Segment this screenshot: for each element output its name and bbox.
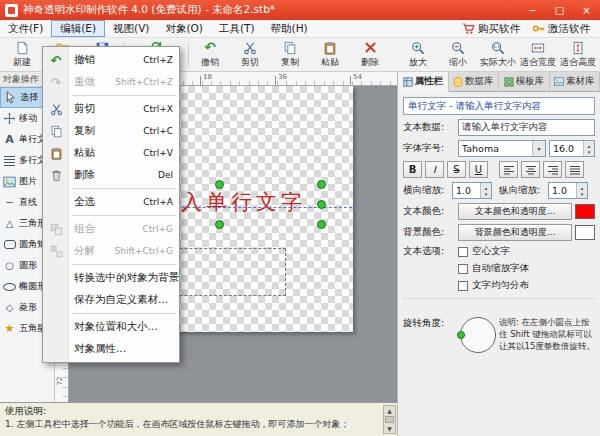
menu-item-object-properties[interactable]: 对象属性...: [43, 338, 179, 360]
rotation-note: 说明: 在左侧小圆点上按住 Shift 键拖动鼠标可以让其以15度整数倍旋转。: [499, 317, 595, 353]
zoom-out-button[interactable]: 缩小: [438, 39, 478, 70]
zoom-in-icon: [411, 40, 425, 55]
tab-materials[interactable]: 素材库: [550, 72, 600, 91]
object-selector[interactable]: 单行文字 - 请输入单行文字内容: [403, 97, 595, 115]
redo-icon: ↷: [47, 73, 65, 91]
option-distribute-text[interactable]: 文字均匀分布: [458, 279, 529, 292]
help-scrollbar[interactable]: ▲ ▼: [383, 405, 396, 434]
align-left-button[interactable]: [499, 161, 518, 178]
align-center-button[interactable]: [521, 161, 540, 178]
menu-item-cut[interactable]: 剪切 Ctrl+X: [43, 98, 179, 120]
cut-button[interactable]: 剪切: [230, 39, 270, 70]
spinner-arrows-icon[interactable]: ▴▾: [583, 141, 594, 156]
buy-software-button[interactable]: 购买软件: [456, 22, 526, 36]
selection-handle-top-right[interactable]: [317, 180, 326, 189]
rounded-rect-icon: [2, 237, 17, 252]
menu-edit[interactable]: 编辑(E): [51, 20, 105, 37]
menu-help[interactable]: 帮助(H): [263, 20, 316, 37]
template-grid-icon: [504, 77, 514, 87]
selection-handle-bottom-right[interactable]: [317, 220, 326, 229]
menu-item-select-all[interactable]: 全选 Ctrl+A: [43, 191, 179, 213]
text-data-input[interactable]: [458, 119, 595, 136]
svg-text:1:1: 1:1: [493, 44, 500, 49]
checkbox-icon[interactable]: [458, 247, 468, 257]
strikethrough-button[interactable]: S: [447, 161, 466, 178]
bold-button[interactable]: B: [403, 161, 422, 178]
underline-button[interactable]: U: [469, 161, 488, 178]
diamond-icon: ◇: [2, 300, 17, 315]
menu-view[interactable]: 视图(V): [105, 20, 157, 37]
selection-handle-middle-right[interactable]: [317, 200, 326, 209]
app-icon: [5, 4, 18, 17]
tab-templates[interactable]: 模板库: [499, 72, 550, 91]
align-right-button[interactable]: [543, 161, 562, 178]
menu-item-copy[interactable]: 复制 Ctrl+C: [43, 120, 179, 142]
close-button[interactable]: ×: [573, 0, 600, 20]
titlebar: 神奇透明水印制作软件 4.0 (免费试用) - 未命名2.stb* ─ □ ×: [0, 0, 600, 20]
paste-button[interactable]: 粘贴: [310, 39, 350, 70]
menu-item-delete[interactable]: 删除 Del: [43, 164, 179, 186]
scroll-up-icon[interactable]: ▲: [387, 406, 392, 415]
fit-width-button[interactable]: 适合宽度: [518, 39, 558, 70]
menu-item-group[interactable]: 组合 Ctrl+G: [43, 218, 179, 240]
bg-color-label: 背景颜色:: [403, 226, 455, 239]
spinner-arrows-icon[interactable]: ▴▾: [576, 183, 587, 198]
menu-file[interactable]: 文件(F): [0, 20, 51, 37]
tab-properties[interactable]: 属性栏: [398, 72, 449, 92]
bg-color-button[interactable]: 背景颜色和透明度...: [458, 224, 572, 241]
rotation-knob[interactable]: [460, 317, 496, 353]
menu-item-ungroup[interactable]: 分解 Shift+Ctrl+G: [43, 240, 179, 262]
rotation-handle-dot[interactable]: [457, 331, 465, 339]
tab-database[interactable]: 数据库: [449, 72, 500, 91]
hscale-label: 横向缩放:: [403, 184, 449, 197]
menu-tools[interactable]: 工具(T): [211, 20, 263, 37]
selection-handle-top-center[interactable]: [215, 180, 224, 189]
activate-software-button[interactable]: 激活软件: [526, 22, 596, 36]
minimize-button[interactable]: ─: [519, 0, 546, 20]
spinner-arrows-icon[interactable]: ▴▾: [480, 183, 491, 198]
panel-divider: [403, 298, 595, 299]
menu-separator: [71, 188, 176, 189]
font-size-spinner[interactable]: 16.0 ▴▾: [549, 140, 595, 157]
text-color-swatch[interactable]: [575, 204, 595, 219]
menu-item-redo[interactable]: ↷ 重做 Shift+Ctrl+Z: [43, 71, 179, 93]
scrollbar-thumb[interactable]: [385, 416, 394, 423]
fit-height-button[interactable]: 适合高度: [558, 39, 598, 70]
rotate-label: 旋转角度:: [403, 317, 455, 330]
menu-item-undo[interactable]: ↶ 撤销 Ctrl+Z: [43, 49, 179, 71]
font-family-select[interactable]: Tahoma ▾: [458, 140, 546, 157]
vscale-spinner[interactable]: 1.0 ▴▾: [548, 182, 588, 199]
copy-icon: [283, 40, 297, 55]
italic-button[interactable]: I: [425, 161, 444, 178]
copy-button[interactable]: 复制: [270, 39, 310, 70]
new-button[interactable]: 新建: [2, 39, 42, 70]
help-line-1: 1. 左侧工具栏中选择一个功能后，在画布区域按住鼠标左键拖动，即可添加一个对象；: [5, 418, 379, 431]
menu-item-save-as-material[interactable]: 保存为自定义素材...: [43, 289, 179, 311]
undo-button[interactable]: ↶ 撤销: [190, 39, 230, 70]
menu-object[interactable]: 对象(O): [157, 20, 210, 37]
text-icon: A: [2, 132, 17, 147]
undo-icon: ↶: [204, 40, 216, 55]
selection-handle-bottom-center[interactable]: [215, 220, 224, 229]
text-color-button[interactable]: 文本颜色和透明度...: [458, 203, 572, 220]
dropdown-arrow-icon[interactable]: ▾: [532, 141, 545, 156]
option-autoscale-font[interactable]: 自动缩放字体: [458, 262, 529, 275]
actual-size-button[interactable]: 1:1 实际大小: [478, 39, 518, 70]
checkbox-icon[interactable]: [458, 281, 468, 291]
menu-item-paste[interactable]: 粘贴 Ctrl+V: [43, 142, 179, 164]
maximize-button[interactable]: □: [546, 0, 573, 20]
text-options-label: 文本选项:: [403, 245, 455, 258]
checkbox-icon[interactable]: [458, 264, 468, 274]
menu-item-object-position-size[interactable]: 对象位置和大小...: [43, 316, 179, 338]
hscale-spinner[interactable]: 1.0 ▴▾: [452, 182, 492, 199]
zoom-in-button[interactable]: 放大: [398, 39, 438, 70]
fit-width-icon: [531, 40, 545, 55]
option-hollow-text[interactable]: 空心文字: [458, 245, 529, 258]
circle-icon: ○: [2, 258, 17, 273]
cursor-icon: [3, 90, 18, 105]
scroll-down-icon[interactable]: ▼: [387, 424, 392, 433]
menu-item-convert-to-background[interactable]: 转换选中的对象为背景: [43, 267, 179, 289]
align-justify-button[interactable]: [565, 161, 584, 178]
bg-color-swatch[interactable]: [575, 225, 595, 240]
delete-button[interactable]: 删除: [350, 39, 390, 70]
